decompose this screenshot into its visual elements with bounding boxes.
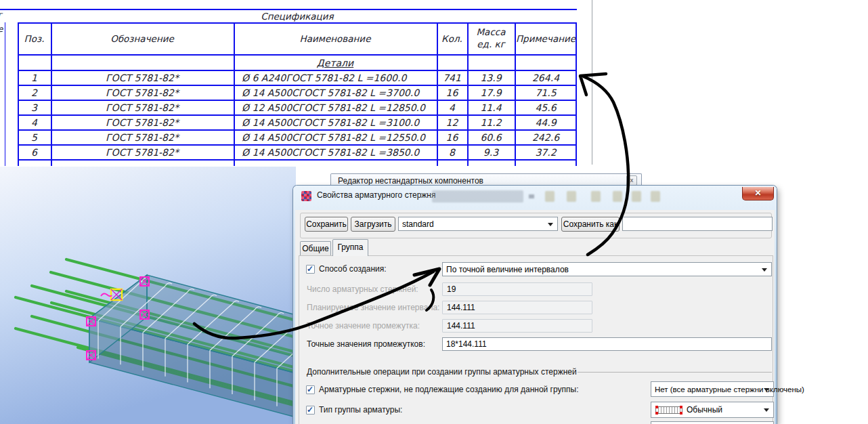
rebar-properties-dialog[interactable]: Свойства арматурного стержня ✕ Сохранить… [293, 186, 777, 424]
creation-method-label: Способ создания: [319, 264, 387, 274]
blurred-toolbar-icon [613, 191, 622, 202]
save-button[interactable]: Сохранить [305, 217, 348, 232]
excluded-bars-combobox[interactable]: Нет (все арматурные стержни включены) [651, 381, 774, 397]
exact-spacings-label: Точные значения промежутков: [307, 339, 425, 349]
dialog-body: Сохранить Загрузить standard Сохранить к… [295, 210, 775, 424]
tab-general[interactable]: Общие [300, 241, 331, 255]
close-button[interactable]: ✕ [742, 187, 774, 200]
edge-fragment: е [0, 24, 3, 34]
section-separator [578, 372, 772, 373]
section-header: Детали [234, 56, 437, 70]
col-header-pos: Поз. [18, 23, 51, 54]
load-button[interactable]: Загрузить [351, 217, 395, 232]
exact-spacings-input[interactable] [442, 337, 772, 351]
spec-table-title: Спецификация [18, 9, 577, 22]
chevron-down-icon [764, 388, 769, 391]
creation-method-checkbox[interactable] [306, 265, 315, 274]
group-type-checkbox[interactable] [306, 406, 315, 415]
group-type-combobox[interactable]: Обычный [651, 402, 774, 418]
col-header-mass-line1: Масса [467, 26, 515, 38]
component-icon [301, 191, 311, 201]
bar-count-field: 19 [442, 282, 592, 296]
blurred-toolbar-icon [632, 191, 641, 202]
col-header-note: Примечание [515, 23, 577, 54]
exact-spacing-field: 144.111 [442, 319, 592, 333]
arrow-to-table-head [580, 74, 606, 95]
blurred-toolbar-icon [545, 191, 555, 202]
specification-table: Спецификация г е Поз. Обозначение Наимен… [0, 0, 582, 167]
blurred-chevron-icon [529, 194, 534, 198]
col-header-designation: Обозначение [51, 23, 234, 54]
extra-operations-section-label: Дополнительные операции при создании гру… [307, 367, 577, 377]
planned-interval-label: Планируемое значение интервала: [307, 303, 439, 312]
blurred-toolbar-icon [567, 191, 576, 202]
col-header-mass-line2: ед. кг [467, 38, 515, 50]
col-header-qty: Кол. [437, 23, 467, 54]
edge-fragment: г [0, 10, 2, 20]
creation-method-combobox[interactable]: По точной величине интервалов [442, 262, 772, 276]
tab-group[interactable]: Группа [332, 239, 368, 256]
window-edge-line [592, 0, 592, 165]
dialog-title: Свойства арматурного стержня [317, 190, 436, 200]
save-as-input[interactable] [622, 217, 773, 231]
col-header-name: Наименование [234, 23, 437, 54]
3d-viewport[interactable] [0, 167, 296, 424]
planned-interval-field: 144.111 [442, 301, 592, 314]
blurred-toolbar-combo [432, 190, 523, 203]
chevron-down-icon [548, 223, 553, 226]
preset-combobox[interactable]: standard [398, 217, 558, 231]
editor-window-title: Редактор нестандартных компонентов [338, 176, 483, 186]
rebar-group-type-icon [655, 406, 682, 414]
blurred-toolbar-icon [651, 191, 660, 202]
exact-spacing-label: Точное значение промежутка: [307, 321, 420, 331]
dialog-titlebar[interactable]: Свойства арматурного стержня ✕ [293, 186, 777, 210]
save-as-button[interactable]: Сохранить как [561, 217, 620, 232]
blurred-toolbar-icon [591, 191, 601, 202]
clipped-bottom-field [651, 421, 774, 424]
bar-count-label: Число арматурных стержней: [307, 284, 418, 294]
editor-close-button[interactable]: x [626, 175, 637, 186]
group-type-label: Тип группы арматуры: [319, 405, 402, 415]
excluded-bars-checkbox[interactable] [306, 385, 315, 394]
excluded-bars-label: Арматурные стержни, не подлежащие создан… [319, 385, 578, 394]
chevron-down-icon [764, 408, 769, 412]
chevron-down-icon [762, 268, 767, 272]
